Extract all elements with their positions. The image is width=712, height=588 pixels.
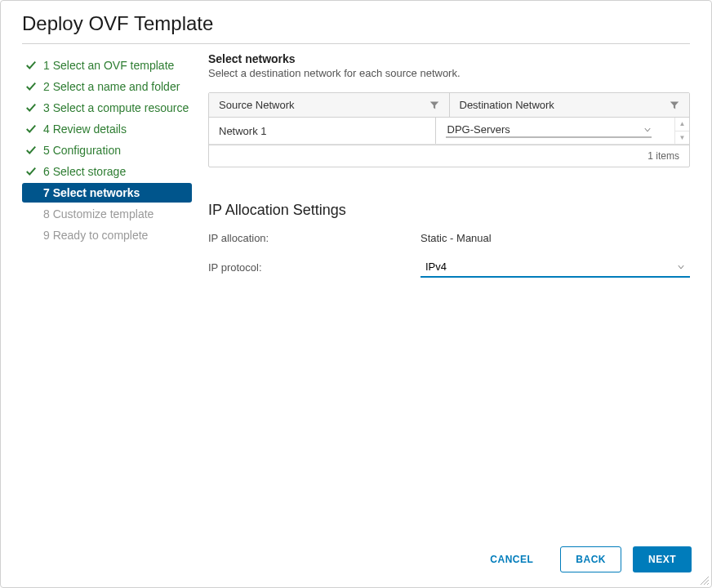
table-header: Source Network Destination Network [209, 93, 689, 118]
check-icon [25, 145, 37, 156]
check-icon [25, 81, 37, 92]
dialog-title: Deploy OVF Template [1, 1, 711, 43]
scroll-up-arrow[interactable]: ▲ [675, 118, 689, 131]
step-label: 3 Select a compute resource [43, 101, 189, 114]
ip-allocation-value: Static - Manual [421, 232, 690, 244]
filter-icon[interactable] [670, 100, 679, 110]
step-name-folder[interactable]: 2 Select a name and folder [22, 77, 192, 96]
ip-protocol-select[interactable]: IPv4 [421, 257, 690, 278]
source-network-cell: Network 1 [209, 118, 436, 144]
col-destination-network[interactable]: Destination Network [450, 93, 690, 117]
cancel-button[interactable]: CANCEL [474, 546, 549, 572]
ip-allocation-row: IP allocation: Static - Manual [208, 232, 690, 244]
step-label: 1 Select an OVF template [43, 59, 174, 72]
col-source-network[interactable]: Source Network [209, 93, 450, 117]
col-label: Destination Network [460, 99, 554, 111]
resize-handle-icon[interactable] [699, 575, 709, 585]
step-label: 5 Configuration [43, 144, 121, 157]
check-icon [25, 123, 37, 135]
ip-protocol-row: IP protocol: IPv4 [208, 257, 690, 278]
col-label: Source Network [219, 99, 294, 111]
step-label: 4 Review details [43, 122, 127, 136]
section-desc: Select a destination network for each so… [208, 67, 690, 79]
step-compute-resource[interactable]: 3 Select a compute resource [22, 98, 192, 118]
dialog-body: 1 Select an OVF template 2 Select a name… [1, 44, 711, 535]
step-configuration[interactable]: 5 Configuration [22, 140, 192, 160]
destination-network-select[interactable]: DPG-Servers [446, 123, 652, 138]
section-title: Select networks [208, 52, 690, 65]
step-select-ovf[interactable]: 1 Select an OVF template [22, 56, 192, 75]
ip-protocol-label: IP protocol: [208, 261, 421, 274]
scroll-down-arrow[interactable]: ▼ [675, 131, 689, 145]
ip-settings-heading: IP Allocation Settings [208, 202, 690, 219]
step-customize-template: 8 Customize template [22, 204, 192, 224]
step-label: 2 Select a name and folder [43, 80, 180, 93]
dialog-footer: CANCEL BACK NEXT [1, 535, 711, 587]
chevron-down-icon [677, 263, 685, 271]
next-button[interactable]: NEXT [633, 546, 692, 572]
ip-allocation-label: IP allocation: [208, 232, 421, 244]
ip-protocol-value: IPv4 [425, 261, 677, 273]
back-button[interactable]: BACK [560, 546, 621, 572]
step-label: 7 Select networks [43, 186, 140, 199]
source-network-value: Network 1 [219, 125, 267, 137]
filter-icon[interactable] [429, 100, 439, 110]
table-row: Network 1 DPG-Servers ▲ ▼ [209, 118, 689, 145]
step-review-details[interactable]: 4 Review details [22, 119, 192, 139]
svg-line-2 [707, 583, 709, 585]
table-footer: 1 items [209, 145, 689, 167]
step-select-networks[interactable]: 7 Select networks [22, 183, 192, 203]
chevron-down-icon [643, 126, 652, 134]
check-icon [25, 60, 37, 71]
step-ready-complete: 9 Ready to complete [22, 225, 192, 245]
destination-network-cell: DPG-Servers [436, 118, 675, 144]
network-table: Source Network Destination Network [208, 92, 690, 167]
step-select-storage[interactable]: 6 Select storage [22, 162, 192, 181]
step-label: 9 Ready to complete [43, 229, 148, 242]
deploy-ovf-dialog: Deploy OVF Template 1 Select an OVF temp… [0, 0, 712, 588]
main-panel: Select networks Select a destination net… [192, 52, 690, 535]
step-label: 8 Customize template [43, 207, 154, 220]
wizard-steps: 1 Select an OVF template 2 Select a name… [22, 52, 192, 535]
check-icon [25, 102, 37, 114]
destination-value: DPG-Servers [446, 123, 644, 136]
step-label: 6 Select storage [43, 165, 126, 178]
row-scroll-arrows: ▲ ▼ [674, 118, 689, 144]
check-icon [25, 166, 37, 177]
